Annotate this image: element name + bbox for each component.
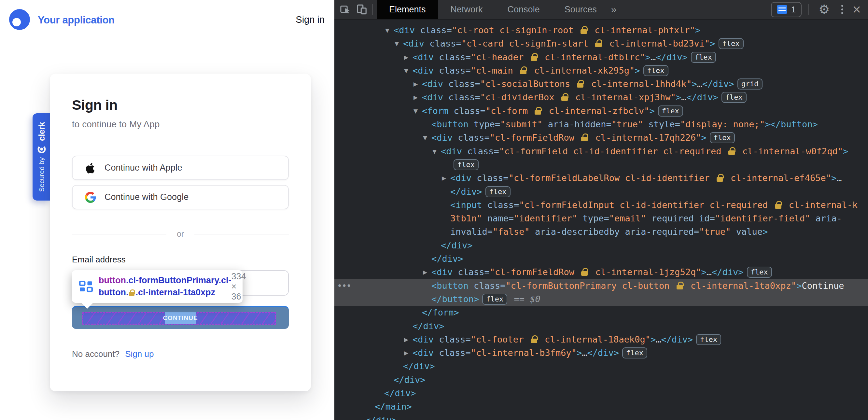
continue-with-google-button[interactable]: Continue with Google [72, 185, 289, 209]
flex-badge[interactable]: flex [622, 348, 647, 358]
devtools-tree-line[interactable]: ▶<div class="cl-footer cl-internal-18aek… [334, 333, 868, 346]
collapse-arrow-icon[interactable]: ▼ [413, 104, 418, 118]
flex-badge[interactable]: flex [482, 294, 507, 305]
expand-arrow-icon[interactable]: ▶ [404, 51, 408, 64]
or-divider: or [72, 229, 289, 239]
tooltip-dimensions: 334 × 36 [231, 272, 246, 302]
devtools-tree-line[interactable]: </div> [334, 373, 868, 387]
devtools-tree-line[interactable]: ▶<div class="cl-header cl-internal-dtblr… [334, 51, 868, 64]
app-title: Your application [38, 14, 115, 26]
apple-icon [85, 162, 96, 174]
lock-icon [595, 39, 602, 47]
grid-badge[interactable]: grid [738, 79, 763, 90]
secured-by-clerk-badge[interactable]: Secured by clerk [33, 113, 51, 201]
google-button-label: Continue with Google [104, 192, 188, 202]
devtools-tree-line[interactable]: </div> [334, 359, 868, 373]
close-devtools-icon[interactable]: × [852, 2, 861, 17]
devtools-tree-line[interactable]: </div> [334, 414, 868, 420]
tooltip-selector: button.cl-formButtonPrimary.cl- button..… [99, 274, 231, 299]
element-overview-icon [79, 281, 93, 292]
devtools-tree-line[interactable]: </main> [334, 400, 868, 413]
sign-up-link[interactable]: Sign up [125, 349, 154, 359]
expand-arrow-icon[interactable]: ▶ [404, 347, 408, 360]
continue-button-inspect-highlighted[interactable]: CONTINUE [72, 306, 289, 329]
tab-elements[interactable]: Elements [377, 0, 438, 19]
flex-badge[interactable]: flex [643, 65, 669, 76]
devtools-tree-line[interactable]: </div> [334, 239, 868, 252]
devtools-tree-line[interactable]: ▼<div class="cl-main cl-internal-xk295g"… [334, 64, 868, 77]
flex-badge[interactable]: flex [721, 92, 747, 103]
flex-badge[interactable]: flex [718, 38, 744, 49]
more-options-icon[interactable] [841, 5, 843, 14]
devtools-tree-line[interactable]: ▶<div class="cl-formFieldLabelRow cl-id-… [334, 171, 868, 185]
lock-icon [728, 147, 736, 155]
expand-arrow-icon[interactable]: ▶ [413, 91, 418, 104]
devtools-tree-line[interactable]: </div>flex [334, 185, 868, 198]
expand-arrow-icon[interactable]: ▶ [442, 172, 446, 185]
flex-badge[interactable]: flex [658, 106, 683, 117]
toolbar-separator [808, 4, 809, 15]
devtools-tree-line[interactable]: flex [334, 158, 868, 171]
collapse-arrow-icon[interactable]: ▼ [432, 145, 437, 158]
flex-badge[interactable]: flex [454, 159, 478, 170]
lock-icon [581, 26, 588, 34]
devtools-tree-line[interactable]: </button>flex == $0 [334, 292, 868, 306]
devtools-tree-line[interactable]: </form> [334, 306, 868, 319]
more-tabs-icon[interactable]: » [611, 4, 617, 15]
devtools-tree-line[interactable]: •••<button class="cl-formButtonPrimary c… [334, 279, 868, 292]
devtools-tree-line[interactable]: </div> [334, 320, 868, 333]
continue-button-label: CONTINUE [165, 312, 196, 324]
expand-arrow-icon[interactable]: ▶ [413, 78, 418, 91]
screen: Your application Sign in Secured by cler… [0, 0, 868, 420]
flex-badge[interactable]: flex [747, 267, 772, 278]
messages-icon [777, 5, 787, 14]
page-header: Your application Sign in [0, 0, 334, 39]
collapse-arrow-icon[interactable]: ▼ [404, 64, 408, 78]
continue-with-apple-button[interactable]: Continue with Apple [72, 156, 289, 180]
devtools-tree-line[interactable]: ▶<div class="cl-formFieldRow cl-internal… [334, 265, 868, 279]
collapse-arrow-icon[interactable]: ▼ [385, 24, 390, 37]
expand-arrow-icon[interactable]: ▶ [423, 266, 427, 279]
collapse-arrow-icon[interactable]: ▼ [395, 37, 399, 51]
or-label: or [177, 229, 184, 239]
toggle-device-toolbar-icon[interactable] [356, 3, 368, 16]
devtools-tree-line[interactable]: 3tb1n" name="identifier" type="email" re… [334, 212, 868, 225]
devtools-tree-line[interactable]: ▼<form class="cl-form cl-internal-zfbclv… [334, 104, 868, 118]
devtools-tree-line[interactable]: ▼<div class="cl-root cl-signIn-root cl-i… [334, 24, 868, 37]
email-address-label: Email address [72, 254, 126, 265]
tab-console[interactable]: Console [495, 0, 552, 19]
apple-button-label: Continue with Apple [104, 163, 182, 173]
issues-counter-button[interactable]: 1 [771, 2, 802, 17]
devtools-tree-line[interactable]: <button type="submit" aria-hidden="true"… [334, 118, 868, 131]
lock-icon [581, 268, 588, 276]
tab-network[interactable]: Network [438, 0, 495, 19]
devtools-tree-line[interactable]: ▼<div class="cl-formFieldRow cl-internal… [334, 131, 868, 144]
inspect-element-icon[interactable] [340, 4, 351, 15]
flex-badge[interactable]: flex [691, 52, 716, 63]
clerk-logo-icon [37, 144, 46, 154]
expand-arrow-icon[interactable]: ▶ [404, 333, 408, 347]
lock-icon [531, 53, 538, 61]
lock-icon [677, 281, 684, 290]
lock-icon [775, 201, 782, 209]
flex-badge[interactable]: flex [696, 334, 721, 345]
devtools-tree-line[interactable]: ▼<div class="cl-formField cl-id-identifi… [334, 145, 868, 158]
devtools-tree-line[interactable]: </div> [334, 252, 868, 265]
devtools-tree-line[interactable]: ▶<div class="cl-socialButtons cl-interna… [334, 77, 868, 91]
node-actions-dots-icon[interactable]: ••• [337, 279, 351, 292]
devtools-tree-line[interactable]: <input class="cl-formFieldInput cl-id-id… [334, 198, 868, 212]
header-sign-in-link[interactable]: Sign in [296, 14, 324, 25]
devtools-tree-line[interactable]: invalid="false" aria-describedby aria-re… [334, 225, 868, 238]
lock-icon [129, 290, 135, 296]
devtools-tree-line[interactable]: ▶<div class="cl-dividerBox cl-internal-x… [334, 91, 868, 104]
devtools-tree-line[interactable]: ▶<div class="cl-internal-b3fm6y">…</div>… [334, 346, 868, 359]
devtools-tree-line[interactable]: </div> [334, 387, 868, 400]
devtools-tree-line[interactable]: ▼<div class="cl-card cl-signIn-start cl-… [334, 37, 868, 50]
sign-in-card: Sign in to continue to My App Continue w… [50, 73, 311, 391]
lock-icon [561, 93, 568, 101]
flex-badge[interactable]: flex [486, 186, 510, 197]
collapse-arrow-icon[interactable]: ▼ [423, 131, 427, 145]
flex-badge[interactable]: flex [710, 132, 735, 143]
settings-gear-icon[interactable]: ⚙ [818, 2, 830, 17]
tab-sources[interactable]: Sources [552, 0, 609, 19]
